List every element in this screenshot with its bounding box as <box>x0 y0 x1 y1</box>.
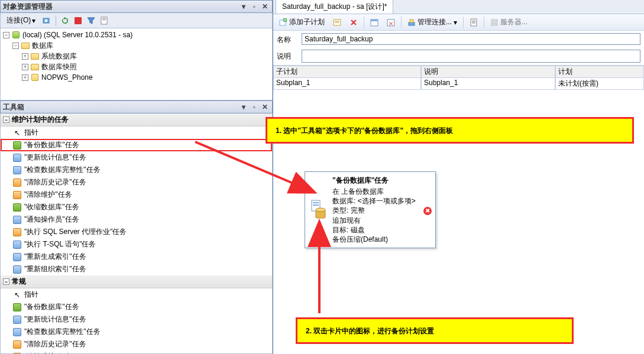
toolbox-header: 工具箱 ▾ ▫ ✕ <box>0 100 273 113</box>
toolbox-item-clean-history[interactable]: "清除历史记录"任务 <box>1 176 272 189</box>
task-card-icon[interactable] <box>309 176 329 244</box>
item-label: "检查数据库完整性"任务 <box>24 327 101 337</box>
tree-node-snapshot[interactable]: +数据库快照 <box>2 61 271 72</box>
item-label: "备份数据库"任务 <box>24 140 79 150</box>
svg-rect-1 <box>45 20 47 22</box>
object-explorer-toolbar: 连接(O) ▾ <box>0 13 273 28</box>
toolbox-group-general[interactable]: −常规 <box>1 275 272 288</box>
item-label: "通知操作员"任务 <box>24 215 79 225</box>
toolbox-item-check-integrity[interactable]: "检查数据库完整性"任务 <box>1 164 272 176</box>
toolbox-item-rebuild-index[interactable]: "重新生成索引"任务 <box>1 251 272 263</box>
object-explorer-tree[interactable]: −(local) (SQL Server 10.0.2531 - sa) −数据… <box>0 28 273 100</box>
item-label: "清除维护"任务 <box>24 352 72 354</box>
history-icon <box>12 340 22 349</box>
manage-conn-label: 管理连接... <box>418 17 452 27</box>
report-icon[interactable] <box>99 15 109 26</box>
toolbox-item-clean-maint[interactable]: "清除维护"任务 <box>1 350 272 354</box>
expand-icon[interactable]: + <box>22 53 28 60</box>
svg-rect-15 <box>491 20 497 22</box>
backup-db-icon <box>12 303 22 312</box>
collapse-icon[interactable]: − <box>3 32 9 38</box>
col-sched: 计划 <box>555 66 644 78</box>
close-icon[interactable]: ✕ <box>260 2 270 11</box>
toolbox-item-pointer[interactable]: 指针 <box>1 288 272 301</box>
pin-icon[interactable]: ▫ <box>250 102 259 112</box>
toolbox-body[interactable]: −维护计划中的任务 指针 "备份数据库"任务 "更新统计信息"任务 "检查数据库… <box>0 113 273 354</box>
document-tabs: Saturday_full_backup - sa [设计]* <box>273 0 644 14</box>
tree-label: (local) (SQL Server 10.0.2531 - sa) <box>22 31 132 39</box>
toolbox-item-backup-db[interactable]: "备份数据库"任务 <box>1 301 272 313</box>
refresh-icon[interactable] <box>60 15 70 26</box>
toolbox-item-pointer[interactable]: 指针 <box>1 126 272 139</box>
toolbox-item-exec-job[interactable]: "执行 SQL Server 代理作业"任务 <box>1 226 272 238</box>
toolbox-item-clean-history[interactable]: "清除历史记录"任务 <box>1 338 272 350</box>
toolbox-item-reorg-index[interactable]: "重新组织索引"任务 <box>1 263 272 275</box>
expand-icon[interactable]: + <box>22 64 28 70</box>
document-tab[interactable]: Saturday_full_backup - sa [设计]* <box>276 0 393 14</box>
collapse-icon[interactable]: − <box>12 43 19 49</box>
item-label: "重新生成索引"任务 <box>24 252 86 262</box>
toolbox-item-backup-db[interactable]: "备份数据库"任务 <box>1 139 272 151</box>
error-icon: ✖ <box>423 207 432 215</box>
server-icon <box>490 18 499 27</box>
svg-rect-14 <box>471 19 477 26</box>
cell-subplan: Subplan_1 <box>273 78 421 90</box>
tree-node-databases[interactable]: −数据库 <box>2 40 271 51</box>
col-subplan: 子计划 <box>273 66 421 78</box>
chevron-down-icon: ▾ <box>32 17 35 25</box>
add-subplan-button[interactable]: 添加子计划 <box>277 16 327 29</box>
dropdown-icon[interactable]: ▾ <box>239 2 248 11</box>
job-icon <box>12 228 22 237</box>
connect-button[interactable]: 连接(O) ▾ <box>3 15 39 27</box>
toolbox-group-maintenance[interactable]: −维护计划中的任务 <box>1 113 272 126</box>
item-label: "收缩数据库"任务 <box>24 202 79 212</box>
toolbox-item-update-stats[interactable]: "更新统计信息"任务 <box>1 151 272 164</box>
servers-label: 服务器... <box>500 17 528 27</box>
collapse-icon[interactable]: − <box>3 116 9 123</box>
connection-icon <box>407 18 416 27</box>
toolbox-item-update-stats[interactable]: "更新统计信息"任务 <box>1 313 272 326</box>
pin-icon[interactable]: ▫ <box>250 2 259 11</box>
toolbox-item-check-integrity[interactable]: "检查数据库完整性"任务 <box>1 326 272 338</box>
remove-schedule-button[interactable] <box>384 16 397 29</box>
stats-icon <box>12 153 22 163</box>
backup-task-card[interactable]: "备份数据库"任务 在 上备份数据库 数据库: <选择一项或多项> 类型: 完整… <box>305 171 436 248</box>
object-explorer-title: 对象资源管理器 <box>3 2 238 12</box>
svg-rect-2 <box>75 17 82 24</box>
expand-icon[interactable]: + <box>22 74 28 81</box>
tree-node-sysdb[interactable]: +系统数据库 <box>2 51 271 61</box>
svg-rect-16 <box>491 23 497 25</box>
subplan-grid[interactable]: 子计划 说明 计划 Subplan_1 Subplan_1 未计划(按需) <box>273 65 644 90</box>
collapse-icon[interactable]: − <box>3 278 9 285</box>
toolbox-item-exec-tsql[interactable]: "执行 T-SQL 语句"任务 <box>1 238 272 251</box>
toolbox-item-notify-op[interactable]: "通知操作员"任务 <box>1 213 272 226</box>
rebuild-icon <box>12 252 22 262</box>
tree-node-nopws[interactable]: +NOPWS_Phone <box>2 72 271 83</box>
delete-subplan-button[interactable] <box>347 16 360 29</box>
toolbox-item-clean-maint[interactable]: "清除维护"任务 <box>1 189 272 201</box>
close-icon[interactable]: ✕ <box>260 102 270 112</box>
tree-label: 数据库 <box>32 41 53 51</box>
tree-label: 系统数据库 <box>41 51 77 61</box>
tree-node-server[interactable]: −(local) (SQL Server 10.0.2531 - sa) <box>2 30 271 40</box>
toolbox-title: 工具箱 <box>3 102 238 112</box>
toolbox-item-shrink-db[interactable]: "收缩数据库"任务 <box>1 201 272 213</box>
edit-subplan-button[interactable] <box>331 16 344 29</box>
callout-text: 2. 双击卡片中的图标，进行备份计划设置 <box>306 327 434 335</box>
disconnect-icon[interactable] <box>41 15 52 26</box>
pointer-icon <box>12 128 22 138</box>
log-button[interactable] <box>467 16 480 29</box>
stop-icon[interactable] <box>73 15 83 26</box>
desc-input[interactable] <box>302 50 640 63</box>
connect-label: 连接(O) <box>7 15 31 25</box>
subplan-row[interactable]: Subplan_1 Subplan_1 未计划(按需) <box>273 78 644 90</box>
task-card-title: "备份数据库"任务 <box>332 176 432 186</box>
dropdown-icon[interactable]: ▾ <box>239 102 248 112</box>
name-input[interactable] <box>302 33 640 45</box>
item-label: 指针 <box>24 128 38 138</box>
manage-connections-button[interactable]: 管理连接...▾ <box>405 16 459 29</box>
item-label: "执行 SQL Server 代理作业"任务 <box>24 227 127 237</box>
schedule-button[interactable] <box>368 16 381 29</box>
log-icon <box>470 18 478 27</box>
filter-icon[interactable] <box>86 15 96 26</box>
